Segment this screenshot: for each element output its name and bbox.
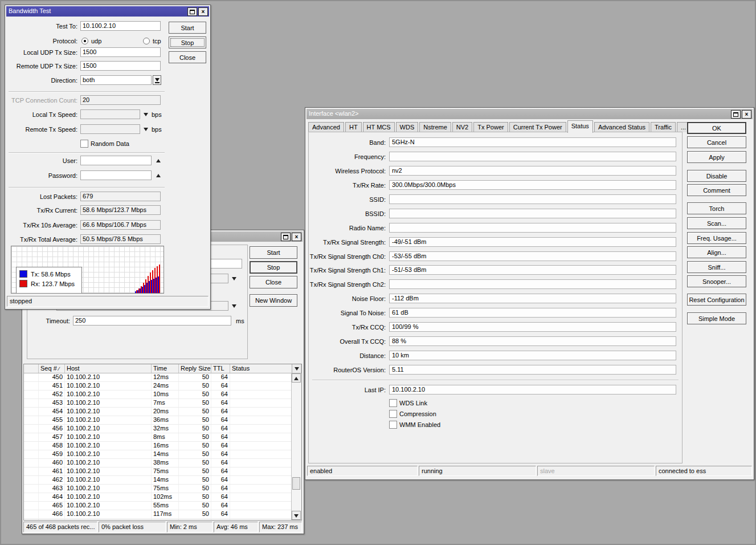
direction-field[interactable]: both xyxy=(80,75,152,85)
tab-advanced-status[interactable]: Advanced Status xyxy=(594,122,649,132)
close-icon[interactable]: × xyxy=(292,233,301,241)
column-menu-button[interactable] xyxy=(292,364,301,373)
column-time[interactable]: Time xyxy=(152,364,179,373)
table-row[interactable]: 45710.100.2.108ms5064 xyxy=(24,433,292,442)
table-row[interactable]: 45010.100.2.1012ms5064 xyxy=(24,373,292,382)
direction-dropdown-icon[interactable] xyxy=(153,75,161,85)
field-value[interactable] xyxy=(389,209,676,218)
cancel-button[interactable]: Cancel xyxy=(687,136,746,148)
table-row[interactable]: 46310.100.2.1075ms5064 xyxy=(24,485,292,493)
table-row[interactable]: 46410.100.2.10102ms5064 xyxy=(24,493,292,502)
field-value[interactable]: 88 % xyxy=(389,336,676,346)
column-ttl[interactable]: TTL xyxy=(211,364,230,373)
table-row[interactable]: 46210.100.2.1014ms5064 xyxy=(24,476,292,485)
field-value[interactable]: -53/-55 dBm xyxy=(389,251,676,261)
tab-ht[interactable]: HT xyxy=(345,122,362,132)
ok-button[interactable]: OK xyxy=(687,122,746,134)
close-icon[interactable]: × xyxy=(198,7,208,16)
random-data-checkbox[interactable] xyxy=(80,140,88,148)
remote-udp-tx-size-field[interactable]: 1500 xyxy=(80,61,161,71)
timeout-field[interactable]: 250 xyxy=(73,316,231,326)
chevron-down-icon[interactable] xyxy=(144,128,148,131)
sniff-button[interactable]: Sniff... xyxy=(687,261,746,273)
wds-link-checkbox[interactable] xyxy=(389,399,397,407)
chevron-down-icon[interactable] xyxy=(232,277,236,280)
field-value[interactable]: -112 dBm xyxy=(389,294,676,303)
compression-checkbox[interactable] xyxy=(389,410,397,418)
reset-configuration-button[interactable]: Reset Configuration xyxy=(687,294,746,306)
protocol-udp-radio[interactable] xyxy=(81,38,88,44)
table-row[interactable]: 45410.100.2.1020ms5064 xyxy=(24,408,292,416)
table-row[interactable]: 45610.100.2.1032ms5064 xyxy=(24,425,292,433)
password-field[interactable] xyxy=(80,170,152,180)
simple-mode-button[interactable]: Simple Mode xyxy=(687,312,746,324)
field-value[interactable]: 61 dB xyxy=(389,308,676,318)
column-flag[interactable] xyxy=(24,364,39,373)
wmm-enabled-checkbox[interactable] xyxy=(389,421,397,429)
table-row[interactable]: 46510.100.2.1055ms5064 xyxy=(24,502,292,510)
table-row[interactable]: 46610.100.2.10117ms5064 xyxy=(24,510,292,519)
table-row[interactable]: 45510.100.2.1036ms5064 xyxy=(24,416,292,425)
stop-button[interactable]: Stop xyxy=(169,36,206,48)
interface-wlan2-titlebar[interactable]: Interface <wlan2> xyxy=(307,109,753,119)
scrollbar-thumb[interactable] xyxy=(292,477,300,490)
user-field[interactable] xyxy=(80,156,152,165)
field-value[interactable]: -49/-51 dBm xyxy=(389,237,676,247)
field-value[interactable]: 10 km xyxy=(389,351,676,360)
field-value[interactable]: 5.11 xyxy=(389,365,676,375)
apply-button[interactable]: Apply xyxy=(687,151,746,163)
close-button[interactable]: Close xyxy=(169,51,206,63)
field-value[interactable] xyxy=(389,223,676,233)
field-value[interactable]: -51/-53 dBm xyxy=(389,265,676,275)
table-row[interactable]: 45910.100.2.1014ms5064 xyxy=(24,450,292,459)
expand-up-icon[interactable] xyxy=(156,159,161,162)
last-ip-field[interactable]: 10.100.2.10 xyxy=(389,385,676,394)
field-value[interactable] xyxy=(389,279,676,289)
scroll-up-icon[interactable] xyxy=(292,373,301,383)
snooper-button[interactable]: Snooper... xyxy=(687,275,746,287)
ping-new-window-button[interactable]: New Window xyxy=(250,294,297,307)
field-value[interactable]: 100/99 % xyxy=(389,322,676,332)
start-button[interactable]: Start xyxy=(169,22,206,34)
local-tx-speed-field[interactable] xyxy=(80,109,140,119)
chevron-down-icon[interactable] xyxy=(144,113,148,116)
tab-tx-power[interactable]: Tx Power xyxy=(473,122,508,132)
expand-up-icon[interactable] xyxy=(156,174,161,177)
close-icon[interactable]: × xyxy=(742,110,751,119)
ping-stop-button[interactable]: Stop xyxy=(250,261,297,274)
table-row[interactable]: 45210.100.2.1010ms5064 xyxy=(24,391,292,399)
table-row[interactable]: 46010.100.2.1038ms5064 xyxy=(24,459,292,467)
scan-button[interactable]: Scan... xyxy=(687,217,746,229)
field-value[interactable]: nv2 xyxy=(389,166,676,176)
field-value[interactable]: 300.0Mbps/300.0Mbps xyxy=(389,180,676,190)
scroll-down-icon[interactable] xyxy=(292,511,301,520)
ping-close-button[interactable]: Close xyxy=(250,276,297,288)
field-value[interactable]: 5GHz-N xyxy=(389,137,676,147)
ping-table-scrollbar[interactable] xyxy=(291,373,301,520)
tab-advanced[interactable]: Advanced xyxy=(308,122,344,132)
bandwidth-test-titlebar[interactable]: Bandwidth Test xyxy=(6,6,209,17)
maximize-icon[interactable] xyxy=(731,110,741,119)
tab-nstreme[interactable]: Nstreme xyxy=(419,122,451,132)
field-value[interactable] xyxy=(389,194,676,204)
table-row[interactable]: 45810.100.2.1016ms5064 xyxy=(24,442,292,450)
table-row[interactable]: 46710.100.2.1088ms5064 xyxy=(24,519,292,520)
test-to-field[interactable]: 10.100.2.10 xyxy=(80,21,161,31)
local-udp-tx-size-field[interactable]: 1500 xyxy=(80,47,161,57)
column-seq[interactable]: Seq # ∕ xyxy=(39,364,65,373)
maximize-icon[interactable] xyxy=(187,7,197,16)
table-row[interactable]: 45310.100.2.107ms5064 xyxy=(24,399,292,408)
protocol-tcp-radio[interactable] xyxy=(143,38,150,44)
tab-nv2[interactable]: NV2 xyxy=(452,122,472,132)
freq-usage-button[interactable]: Freq. Usage... xyxy=(687,232,746,244)
field-value[interactable] xyxy=(389,152,676,161)
column-status[interactable]: Status xyxy=(230,364,292,373)
tcp-connection-count-field[interactable]: 20 xyxy=(80,95,161,105)
torch-button[interactable]: Torch xyxy=(687,202,746,214)
comment-button[interactable]: Comment xyxy=(687,184,746,196)
table-row[interactable]: 46110.100.2.1075ms5064 xyxy=(24,467,292,476)
tab-traffic[interactable]: Traffic xyxy=(651,122,676,132)
column-host[interactable]: Host xyxy=(65,364,152,373)
ping-start-button[interactable]: Start xyxy=(250,246,297,259)
tab-current-tx-power[interactable]: Current Tx Power xyxy=(509,122,566,132)
